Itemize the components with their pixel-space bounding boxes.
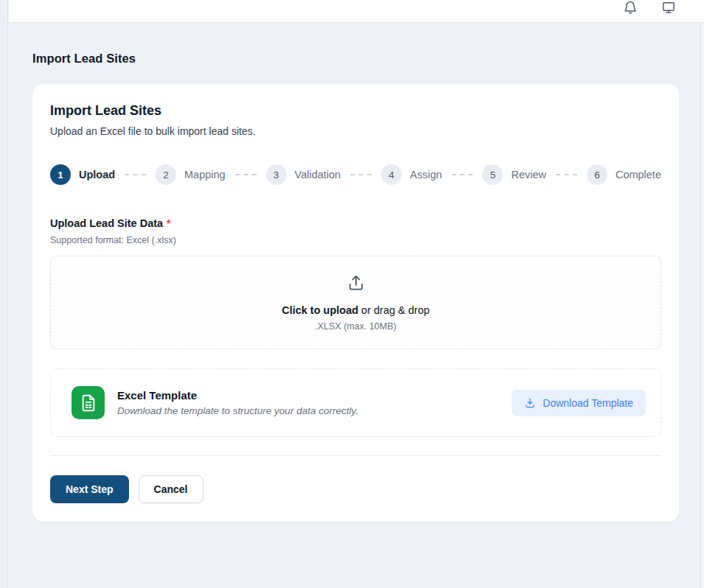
step-number-badge: 6: [587, 164, 607, 185]
template-text-block: Excel Template Download the template to …: [117, 389, 358, 416]
step-label: Validation: [295, 169, 341, 181]
supported-format-hint: Supported format: Excel (.xlsx): [50, 235, 661, 245]
import-wizard-card: Import Lead Sites Upload an Excel file t…: [32, 84, 679, 522]
stepper-step-review: 5 Review: [482, 164, 546, 185]
cancel-button[interactable]: Cancel: [139, 475, 203, 503]
collapsed-sidebar-rail: [0, 0, 8, 588]
step-number-badge: 5: [482, 164, 503, 185]
stepper-step-complete: 6 Complete: [587, 164, 661, 185]
template-title: Excel Template: [117, 389, 358, 402]
template-description: Download the template to structure your …: [117, 405, 358, 416]
step-label: Assign: [410, 169, 442, 181]
step-connector: [125, 174, 146, 175]
scrollbar-track[interactable]: [700, 23, 704, 588]
dropzone-title-strong: Click to upload: [282, 304, 358, 316]
stepper-step-validation: 3 Validation: [266, 164, 341, 185]
topbar: [9, 0, 704, 23]
step-label: Mapping: [184, 169, 226, 181]
upload-icon: [346, 273, 366, 293]
download-button-label: Download Template: [543, 397, 633, 409]
dropzone-title-rest: or drag & drop: [358, 304, 430, 316]
stepper-step-upload: 1 Upload: [50, 164, 115, 185]
card-title: Import Lead Sites: [50, 103, 661, 119]
page-title: Import Lead Sites: [32, 52, 700, 66]
step-number-badge: 1: [50, 164, 71, 185]
step-label: Complete: [616, 169, 661, 181]
file-upload-dropzone[interactable]: Click to upload or drag & drop .XLSX (ma…: [50, 256, 661, 349]
card-subtitle: Upload an Excel file to bulk import lead…: [50, 125, 661, 137]
stepper-step-mapping: 2 Mapping: [156, 164, 226, 185]
download-template-button[interactable]: Download Template: [512, 390, 646, 416]
step-number-badge: 4: [381, 164, 402, 185]
notifications-button[interactable]: [623, 0, 638, 15]
dropzone-title: Click to upload or drag & drop: [282, 304, 430, 316]
upload-field-label: Upload Lead Site Data*: [50, 217, 661, 229]
monitor-icon: [661, 0, 676, 15]
step-number-badge: 3: [266, 164, 287, 185]
step-number-badge: 2: [156, 164, 176, 185]
required-asterisk: *: [167, 217, 171, 229]
excel-template-box: Excel Template Download the template to …: [50, 368, 661, 437]
step-connector: [235, 174, 257, 175]
step-connector: [452, 174, 473, 175]
wizard-stepper: 1 Upload 2 Mapping 3 Validation 4 Assign…: [50, 164, 661, 185]
bell-icon: [623, 0, 638, 15]
step-label: Review: [511, 169, 546, 181]
download-icon: [524, 397, 536, 409]
stepper-step-assign: 4 Assign: [381, 164, 442, 185]
step-label: Upload: [79, 169, 115, 181]
dropzone-subtitle: .XLSX (max. 10MB): [315, 321, 396, 332]
main-content: Import Lead Sites Import Lead Sites Uplo…: [9, 23, 700, 588]
display-mode-button[interactable]: [661, 0, 676, 15]
step-connector: [556, 174, 577, 175]
wizard-actions: Next Step Cancel: [50, 475, 661, 503]
step-connector: [350, 174, 372, 175]
next-step-button[interactable]: Next Step: [50, 475, 129, 503]
excel-file-icon: [72, 386, 105, 419]
section-divider: [50, 455, 661, 456]
field-label-text: Upload Lead Site Data: [50, 217, 163, 229]
